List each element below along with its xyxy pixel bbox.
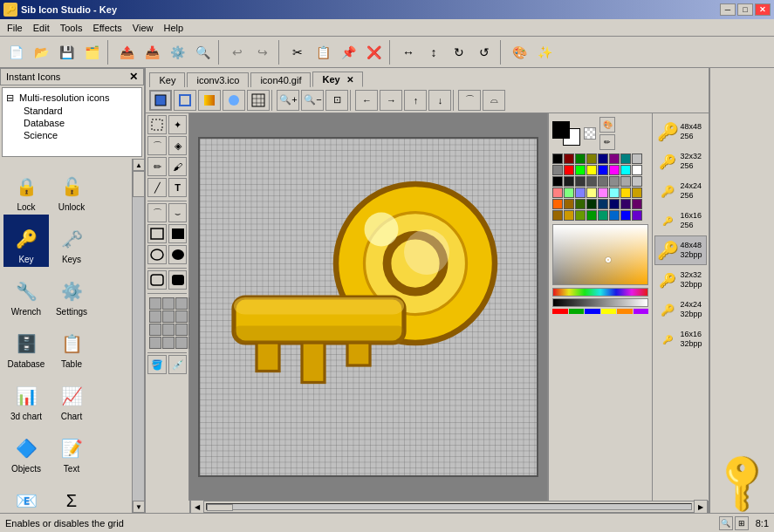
mini-pixel-1[interactable] (162, 297, 175, 310)
close-button[interactable]: ✕ (755, 3, 771, 16)
icon-item-settings[interactable]: ⚙️Settings (49, 267, 94, 319)
swatch-47[interactable] (632, 210, 642, 221)
undo-button[interactable]: ↩ (225, 40, 250, 65)
swatch-12[interactable] (598, 165, 608, 175)
swatch-40[interactable] (552, 210, 563, 221)
lasso-btn[interactable]: ⌒ (147, 136, 167, 155)
pencil-btn[interactable]: ✏ (147, 157, 167, 176)
scroll-thumb[interactable] (133, 171, 145, 197)
swatch-42[interactable] (575, 210, 586, 221)
swatch-24[interactable] (552, 188, 563, 198)
fg-bg-colors[interactable] (552, 121, 580, 146)
color-saturation-picker[interactable] (552, 224, 648, 285)
rect-outline-btn[interactable] (147, 224, 167, 243)
size-item-5[interactable]: 🔑32x3232bpp (654, 265, 707, 295)
swatch-20[interactable] (598, 176, 608, 187)
swatch-18[interactable] (575, 176, 586, 187)
line-btn[interactable]: ╱ (147, 178, 167, 197)
status-grid-btn[interactable]: ⊞ (735, 516, 749, 530)
menu-help[interactable]: Help (158, 21, 188, 35)
color-tool-1[interactable]: 🎨 (599, 117, 615, 133)
curve-btn[interactable]: ⌒ (147, 203, 167, 222)
fill-water-btn[interactable] (223, 90, 245, 111)
flip-v-button[interactable]: ↕ (421, 40, 446, 65)
swatch-34[interactable] (575, 199, 586, 209)
swatch-44[interactable] (598, 210, 608, 221)
grid-btn[interactable] (247, 90, 270, 111)
tab-0[interactable]: Key (149, 72, 185, 87)
size-item-7[interactable]: 🔑16x1632bpp (654, 324, 707, 354)
swatch-30[interactable] (620, 188, 631, 198)
icon-item-wrench[interactable]: 🔧Wrench (3, 267, 49, 319)
mini-pixel-4[interactable] (149, 310, 161, 323)
rounded-fill-btn[interactable] (168, 270, 188, 290)
import-button[interactable]: 📥 (140, 40, 164, 65)
swatch-22[interactable] (620, 176, 631, 187)
tab-close-button[interactable]: ✕ (346, 75, 353, 85)
minimize-button[interactable]: ─ (720, 3, 736, 16)
tree-science[interactable]: Science (24, 129, 138, 141)
nav-down-btn[interactable]: ↓ (428, 90, 451, 111)
swatch-17[interactable] (564, 176, 574, 187)
new-button[interactable]: 📄 (3, 40, 28, 65)
swatch-10[interactable] (575, 165, 586, 175)
rect-select-btn[interactable] (147, 115, 167, 134)
arc-left-btn[interactable]: ⌒ (458, 90, 481, 111)
magic-wand-btn[interactable]: ✦ (168, 115, 188, 134)
swatch-6[interactable] (620, 153, 631, 164)
swatch-46[interactable] (620, 210, 631, 221)
save-all-button[interactable]: 🗂️ (79, 40, 104, 65)
mini-pixel-9[interactable] (162, 324, 175, 336)
swatch-31[interactable] (632, 188, 642, 198)
zoom-in-btn[interactable]: 🔍+ (277, 90, 299, 111)
swatch-45[interactable] (609, 210, 620, 221)
swatch-39[interactable] (632, 199, 642, 209)
scroll-down-button[interactable]: ▼ (133, 501, 145, 513)
mini-pixel-14[interactable] (175, 337, 188, 349)
scroll-right-btn[interactable]: ▶ (694, 500, 708, 514)
swatch-9[interactable] (564, 165, 574, 175)
wand2-btn[interactable]: ◈ (168, 136, 188, 155)
delete-button[interactable]: ❌ (361, 40, 386, 65)
swatch-0[interactable] (552, 153, 563, 164)
swatch-35[interactable] (586, 199, 597, 209)
open-button[interactable]: 📂 (29, 40, 53, 65)
mini-pixel-12[interactable] (149, 337, 161, 349)
icon-item-sum[interactable]: ΣSum (49, 476, 94, 513)
tree-database[interactable]: Database (24, 117, 138, 129)
swatch-1[interactable] (564, 153, 574, 164)
redo-button[interactable]: ↪ (250, 40, 275, 65)
rotate-cw-button[interactable]: ↻ (447, 40, 471, 65)
tab-3[interactable]: Key ✕ (312, 72, 362, 87)
brush-btn[interactable]: 🖌 (168, 157, 188, 176)
icon-item-e-mail[interactable]: 📧E-mail (3, 476, 49, 513)
menu-file[interactable]: File (2, 21, 28, 35)
icon-item-text[interactable]: 📝Text (49, 424, 94, 476)
swatch-7[interactable] (632, 153, 642, 164)
swatch-11[interactable] (586, 165, 597, 175)
mini-pixel-2[interactable] (175, 297, 188, 310)
gray-bar[interactable] (552, 298, 648, 307)
menu-edit[interactable]: Edit (28, 21, 55, 35)
swatch-41[interactable] (564, 210, 574, 221)
swatch-15[interactable] (632, 165, 642, 175)
pixel-canvas[interactable] (198, 137, 538, 477)
nav-left-btn[interactable]: ← (355, 90, 378, 111)
ellipse-fill-btn[interactable] (168, 245, 188, 264)
effect2-button[interactable]: ✨ (532, 40, 557, 65)
arc-right-btn[interactable]: ⌓ (483, 90, 505, 111)
size-item-4[interactable]: 🔑48x4832bpp (654, 235, 707, 265)
copy-button[interactable]: 📋 (311, 40, 335, 65)
mini-pixel-5[interactable] (162, 310, 175, 323)
save-button[interactable]: 💾 (54, 40, 79, 65)
tab-1[interactable]: iconv3.ico (187, 72, 249, 87)
zoom-fit-btn[interactable]: ⊡ (325, 90, 348, 111)
swatch-32[interactable] (552, 199, 563, 209)
swatch-33[interactable] (564, 199, 574, 209)
swatch-13[interactable] (609, 165, 620, 175)
icon-item-table[interactable]: 📋Table (49, 319, 94, 372)
transparent-swatch[interactable] (584, 127, 596, 140)
swatch-21[interactable] (609, 176, 620, 187)
size-item-0[interactable]: 🔑48x48256 (654, 117, 707, 147)
swatch-19[interactable] (586, 176, 597, 187)
